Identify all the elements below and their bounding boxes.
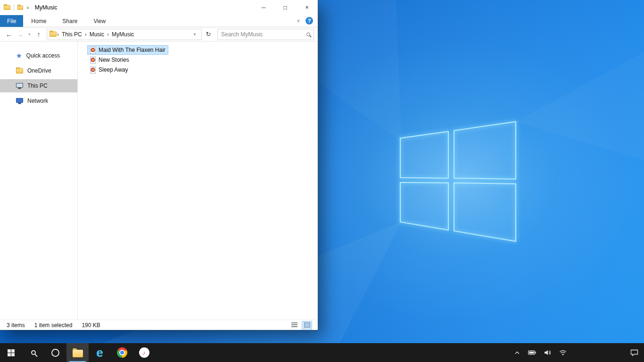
sidebar-item-this-pc[interactable]: This PC (0, 79, 77, 92)
sidebar-item-label: Network (27, 98, 48, 104)
media-file-icon (90, 66, 96, 74)
ribbon-right-controls: ∨ ? (297, 17, 313, 27)
cortana-icon (51, 349, 59, 357)
quick-access-toolbar: ∨ (4, 4, 29, 11)
file-name: Maid With The Flaxen Hair (99, 47, 165, 53)
status-selection: 1 item selected (34, 322, 73, 329)
taskbar-internet-explorer-button[interactable]: e (89, 343, 111, 362)
forward-button[interactable]: → (15, 29, 25, 40)
view-toggle-group (289, 321, 312, 329)
qat-separator (14, 4, 14, 11)
file-list[interactable]: Maid With The Flaxen Hair New Stories Sl… (78, 41, 318, 320)
breadcrumb-music[interactable]: Music (87, 29, 107, 40)
hidden-icons-chevron-icon[interactable] (514, 351, 520, 354)
thumbnails-view-icon[interactable] (302, 321, 312, 329)
tab-share[interactable]: Share (54, 15, 85, 27)
start-button[interactable] (0, 343, 22, 362)
thumbnails-view-glyph (304, 322, 310, 328)
onedrive-folder-icon (16, 68, 23, 74)
volume-icon[interactable] (544, 350, 551, 355)
internet-explorer-icon: e (96, 346, 103, 359)
sidebar-item-label: This PC (27, 82, 48, 89)
taskbar-chrome-button[interactable] (111, 343, 133, 362)
media-file-icon (90, 47, 96, 54)
details-view-icon[interactable] (289, 321, 299, 329)
file-item-selected[interactable]: Maid With The Flaxen Hair (87, 45, 168, 55)
status-bar: 3 items 1 item selected 190 KB (0, 320, 318, 330)
sidebar-item-label: Quick access (26, 52, 60, 59)
taskbar-file-explorer-button[interactable] (66, 343, 89, 362)
address-bar[interactable]: › This PC › Music › MyMusic ∨ (47, 29, 202, 40)
sidebar-item-quick-access[interactable]: ★ Quick access (0, 49, 77, 62)
sidebar-item-onedrive[interactable]: OneDrive (0, 64, 77, 77)
explorer-body: ★ Quick access OneDrive This PC Network (0, 41, 318, 320)
refresh-icon[interactable]: ↻ (203, 29, 214, 40)
tab-view[interactable]: View (85, 15, 114, 27)
status-item-count: 3 items (7, 322, 25, 329)
star-icon: ★ (16, 52, 22, 59)
status-size: 190 KB (82, 322, 100, 329)
back-button[interactable]: ← (4, 29, 14, 40)
close-button[interactable]: × (296, 0, 318, 15)
tab-home[interactable]: Home (23, 15, 54, 27)
search-icon[interactable] (306, 33, 310, 36)
address-location-folder-icon (50, 32, 57, 37)
file-item[interactable]: New Stories (87, 55, 132, 65)
search-box[interactable] (217, 29, 314, 40)
file-explorer-icon (73, 350, 83, 357)
ribbon-tab-bar: File Home Share View ∨ ? (0, 15, 318, 27)
cortana-button[interactable] (44, 343, 66, 362)
minimize-button[interactable]: ─ (253, 0, 274, 15)
taskbar-search-button[interactable] (22, 343, 44, 362)
network-icon (16, 98, 23, 103)
details-view-glyph (291, 322, 297, 328)
expand-ribbon-chevron-icon[interactable]: ∨ (297, 18, 300, 23)
breadcrumb-mymusic[interactable]: MyMusic (109, 29, 136, 40)
system-tray (514, 343, 644, 362)
file-name: Sleep Away (99, 66, 128, 73)
title-bar: ∨ MyMusic ─ □ × (0, 0, 318, 15)
search-icon (31, 350, 36, 355)
chrome-icon (117, 347, 127, 358)
media-file-icon (90, 57, 96, 64)
taskbar: e ♪ (0, 343, 644, 362)
explorer-window-icon (4, 5, 10, 10)
window-controls: ─ □ × (253, 0, 318, 15)
search-input[interactable] (221, 31, 306, 38)
maximize-button[interactable]: □ (274, 0, 296, 15)
taskbar-itunes-button[interactable]: ♪ (133, 343, 155, 362)
up-button[interactable]: ↑ (33, 29, 44, 40)
tab-file[interactable]: File (0, 15, 23, 27)
desktop[interactable]: ∨ MyMusic ─ □ × File Home Share View ∨ ?… (0, 0, 644, 362)
qat-folder-properties-icon[interactable] (17, 6, 23, 10)
help-icon[interactable]: ? (305, 17, 313, 25)
computer-icon (16, 83, 23, 88)
file-name: New Stories (99, 57, 129, 63)
action-center-icon[interactable] (630, 349, 638, 356)
itunes-icon: ♪ (139, 347, 149, 358)
file-explorer-window: ∨ MyMusic ─ □ × File Home Share View ∨ ?… (0, 0, 318, 330)
navigation-bar: ← → ∨ ↑ › This PC › Music › MyMusic ∨ ↻ (0, 27, 318, 41)
window-title: MyMusic (35, 4, 57, 11)
file-item[interactable]: Sleep Away (87, 65, 131, 74)
address-dropdown-chevron-icon[interactable]: ∨ (190, 32, 199, 36)
sidebar-item-label: OneDrive (27, 67, 51, 74)
recent-locations-chevron-icon[interactable]: ∨ (26, 29, 33, 40)
breadcrumb-this-pc[interactable]: This PC (59, 29, 84, 40)
windows-logo-icon (8, 349, 15, 356)
navigation-pane: ★ Quick access OneDrive This PC Network (0, 41, 78, 320)
network-icon[interactable] (559, 350, 567, 355)
qat-customize-dropdown[interactable]: ∨ (26, 6, 29, 10)
battery-icon[interactable] (528, 350, 536, 355)
sidebar-item-network[interactable]: Network (0, 94, 77, 107)
